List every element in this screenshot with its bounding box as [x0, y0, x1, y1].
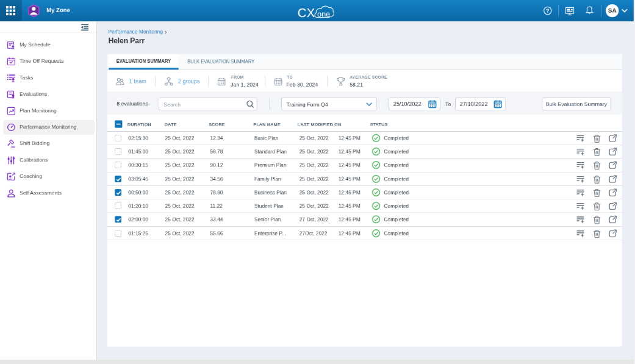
svg-text:?: ? — [546, 8, 549, 14]
svg-text:CX: CX — [298, 5, 315, 20]
